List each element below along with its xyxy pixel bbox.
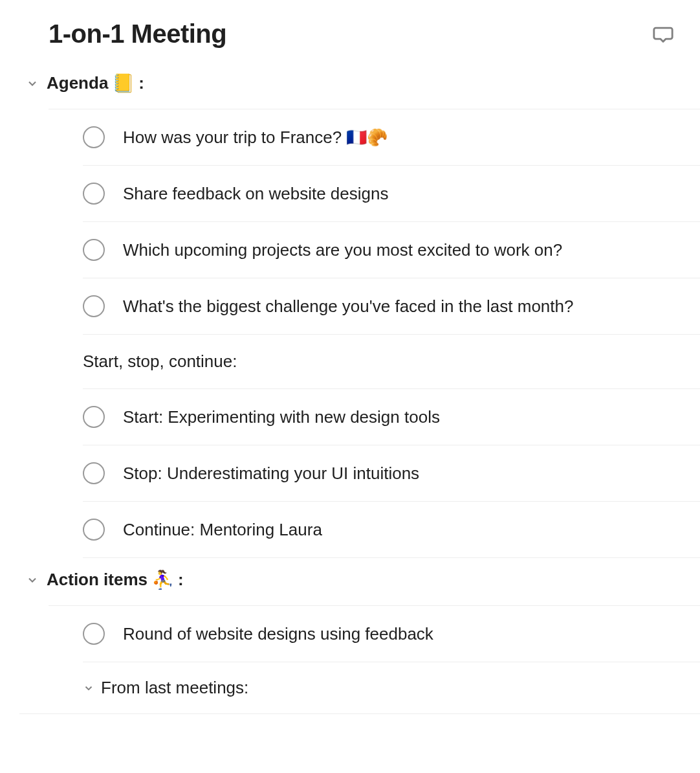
action-label: Action items xyxy=(47,570,148,590)
checkbox-circle[interactable] xyxy=(83,183,105,205)
page-root: 1-on-1 Meeting Agenda 📒 : How was your t… xyxy=(0,0,700,714)
person-ball-icon: ⛹️‍♀️ xyxy=(151,571,174,589)
item-text: Which upcoming projects are you most exc… xyxy=(123,240,562,260)
agenda-section: Agenda 📒 : How was your trip to France? … xyxy=(0,68,700,558)
list-item[interactable]: What's the biggest challenge you've face… xyxy=(83,278,700,335)
list-item[interactable]: Share feedback on website designs xyxy=(83,166,700,222)
notebook-icon: 📒 xyxy=(112,74,135,93)
action-colon: : xyxy=(178,570,184,590)
agenda-colon: : xyxy=(138,73,144,93)
chevron-down-icon[interactable] xyxy=(83,682,94,694)
chevron-down-icon[interactable] xyxy=(26,77,39,90)
checkbox-circle[interactable] xyxy=(83,519,105,541)
item-text: What's the biggest challenge you've face… xyxy=(123,297,573,317)
checkbox-circle[interactable] xyxy=(83,239,105,261)
action-section: Action items ⛹️‍♀️ : Round of website de… xyxy=(0,558,700,714)
item-text: Continue: Mentoring Laura xyxy=(123,520,322,540)
checkbox-circle[interactable] xyxy=(83,623,105,645)
page-title[interactable]: 1-on-1 Meeting xyxy=(49,19,226,49)
item-text: Round of website designs using feedback xyxy=(123,624,433,644)
comment-icon[interactable] xyxy=(652,23,674,45)
list-item[interactable]: Round of website designs using feedback xyxy=(83,606,700,662)
checkbox-circle[interactable] xyxy=(83,462,105,484)
item-text: Start: Experimenting with new design too… xyxy=(123,407,440,427)
agenda-items: How was your trip to France? 🇫🇷🥐 Share f… xyxy=(83,109,700,335)
sub-section-label: From last meetings: xyxy=(101,678,248,698)
list-item[interactable]: Which upcoming projects are you most exc… xyxy=(83,222,700,278)
agenda-subheader[interactable]: Start, stop, continue: xyxy=(83,335,700,389)
checkbox-circle[interactable] xyxy=(83,126,105,148)
list-item[interactable]: Stop: Underestimating your UI intuitions xyxy=(83,445,700,502)
agenda-label: Agenda xyxy=(47,73,108,93)
agenda-header[interactable]: Agenda 📒 : xyxy=(0,68,700,98)
list-item[interactable]: Start: Experimenting with new design too… xyxy=(83,389,700,445)
list-item[interactable]: How was your trip to France? 🇫🇷🥐 xyxy=(83,109,700,166)
ssc-items: Start: Experimenting with new design too… xyxy=(83,389,700,558)
checkbox-circle[interactable] xyxy=(83,295,105,317)
page-header: 1-on-1 Meeting xyxy=(0,19,700,68)
from-last-meetings-header[interactable]: From last meetings: xyxy=(19,662,700,714)
item-text: Share feedback on website designs xyxy=(123,184,389,204)
checkbox-circle[interactable] xyxy=(83,406,105,428)
action-header[interactable]: Action items ⛹️‍♀️ : xyxy=(0,558,700,595)
action-items: Round of website designs using feedback xyxy=(83,606,700,662)
item-text: How was your trip to France? 🇫🇷🥐 xyxy=(123,128,388,148)
chevron-down-icon[interactable] xyxy=(26,574,39,587)
list-item[interactable]: Continue: Mentoring Laura xyxy=(83,502,700,558)
item-text: Stop: Underestimating your UI intuitions xyxy=(123,464,419,484)
